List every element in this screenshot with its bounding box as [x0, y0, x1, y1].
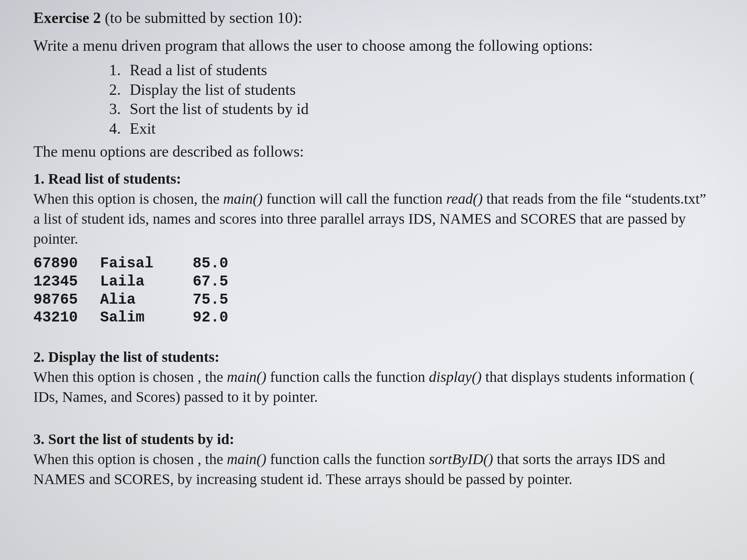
intro-text: Write a menu driven program that allows … — [33, 35, 714, 56]
section-1-heading: 1. Read list of students: — [33, 169, 714, 189]
section-3-body: When this option is chosen , the main() … — [33, 449, 714, 489]
menu-option-number: 1. — [104, 60, 121, 80]
section-3-text-a: When this option is chosen , the — [33, 451, 227, 467]
menu-option-label: Display the list of students — [130, 80, 296, 100]
student-name: Alia — [100, 291, 193, 309]
section-2-heading: 2. Display the list of students: — [33, 347, 714, 367]
menu-option-label: Read a list of students — [130, 60, 267, 80]
section-2: 2. Display the list of students: When th… — [33, 347, 714, 407]
student-id: 98765 — [33, 291, 100, 309]
student-name: Laila — [100, 273, 193, 291]
options-described-line: The menu options are described as follow… — [33, 141, 714, 162]
student-score: 92.0 — [193, 309, 245, 327]
student-row: 43210 Salim 92.0 — [33, 309, 714, 327]
student-id: 67890 — [33, 255, 100, 273]
menu-option: 3. Sort the list of students by id — [104, 99, 714, 119]
student-row: 12345 Laila 67.5 — [33, 273, 714, 291]
main-fn-ref: main() — [227, 369, 266, 385]
section-1-text-b: function will call the function — [263, 190, 446, 207]
exercise-title-rest: (to be submitted by section 10): — [101, 9, 302, 26]
exercise-title: Exercise 2 (to be submitted by section 1… — [33, 7, 714, 29]
read-fn-ref: read() — [446, 190, 482, 207]
menu-option-number: 3. — [104, 99, 121, 119]
section-3-text-b: function calls the function — [266, 451, 429, 467]
student-score: 85.0 — [193, 255, 245, 273]
section-2-text-b: function calls the function — [266, 369, 429, 385]
menu-option: 1. Read a list of students — [104, 60, 714, 80]
menu-options-list: 1. Read a list of students 2. Display th… — [104, 60, 714, 138]
student-row: 98765 Alia 75.5 — [33, 291, 714, 309]
main-fn-ref: main() — [227, 451, 266, 467]
students-sample-data: 67890 Faisal 85.0 12345 Laila 67.5 98765… — [33, 255, 714, 327]
student-score: 67.5 — [193, 273, 245, 291]
menu-option: 2. Display the list of students — [104, 80, 714, 100]
menu-option-number: 4. — [104, 119, 121, 139]
student-id: 12345 — [33, 273, 100, 291]
student-score: 75.5 — [193, 291, 245, 309]
main-fn-ref: main() — [223, 190, 263, 207]
menu-option-number: 2. — [104, 80, 121, 100]
sortbyid-fn-ref: sortByID() — [429, 451, 493, 467]
menu-option: 4. Exit — [104, 119, 714, 139]
student-name: Faisal — [100, 255, 193, 273]
section-2-body: When this option is chosen , the main() … — [33, 367, 714, 407]
menu-option-label: Exit — [130, 119, 156, 139]
student-name: Salim — [100, 309, 193, 327]
section-3-heading: 3. Sort the list of students by id: — [33, 429, 714, 449]
menu-option-label: Sort the list of students by id — [130, 99, 309, 119]
student-id: 43210 — [33, 309, 100, 327]
section-1-body: When this option is chosen, the main() f… — [33, 189, 714, 249]
student-row: 67890 Faisal 85.0 — [33, 255, 714, 273]
display-fn-ref: display() — [429, 369, 482, 385]
section-3: 3. Sort the list of students by id: When… — [33, 429, 714, 489]
section-1-text-a: When this option is chosen, the — [33, 190, 223, 207]
exercise-title-bold: Exercise 2 — [33, 9, 101, 26]
section-2-text-a: When this option is chosen , the — [33, 369, 227, 385]
